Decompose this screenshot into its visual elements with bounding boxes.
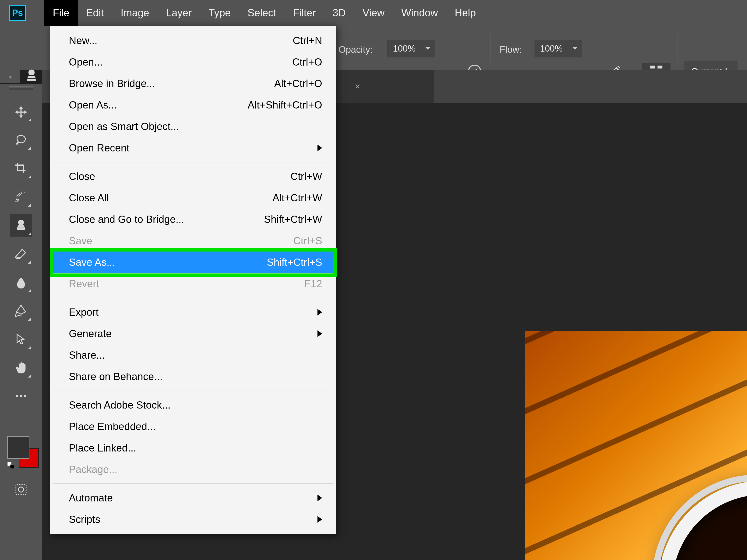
more-tools[interactable] xyxy=(10,385,32,407)
menu-item-shortcut: Shift+Ctrl+W xyxy=(264,213,322,225)
close-tab-icon[interactable]: × xyxy=(355,81,360,92)
menu-item-browse-in-bridge[interactable]: Browse in Bridge...Alt+Ctrl+O xyxy=(50,73,336,94)
menu-item-label: Export xyxy=(69,306,99,318)
menu-item-package: Package... xyxy=(50,459,336,480)
menu-image[interactable]: Image xyxy=(112,0,158,26)
menu-item-label: Open... xyxy=(69,56,102,68)
eraser-tool[interactable] xyxy=(10,243,32,265)
menu-item-label: Scripts xyxy=(69,513,100,525)
svg-rect-15 xyxy=(10,465,14,469)
panel-grip-icon[interactable] xyxy=(9,86,33,90)
active-tool-preset-icon[interactable] xyxy=(21,65,42,86)
flyout-indicator-icon xyxy=(28,232,31,235)
svg-rect-16 xyxy=(16,484,26,495)
color-swatches[interactable] xyxy=(7,436,37,466)
svg-rect-4 xyxy=(650,65,655,69)
menu-item-close-all[interactable]: Close AllAlt+Ctrl+W xyxy=(50,187,336,209)
menu-item-label: Share on Behance... xyxy=(69,371,162,382)
flyout-indicator-icon xyxy=(28,147,31,150)
menu-edit[interactable]: Edit xyxy=(78,0,112,26)
menu-item-share[interactable]: Share... xyxy=(50,344,336,366)
menu-item-new[interactable]: New...Ctrl+N xyxy=(50,30,336,51)
menu-item-shortcut: Alt+Ctrl+O xyxy=(274,78,322,89)
clone-stamp-tool[interactable] xyxy=(10,214,32,237)
menu-item-automate[interactable]: Automate xyxy=(50,487,336,509)
menu-item-search-adobe-stock[interactable]: Search Adobe Stock... xyxy=(50,394,336,416)
submenu-arrow-icon xyxy=(317,495,322,501)
menu-item-label: Automate xyxy=(69,492,113,504)
menu-3d[interactable]: 3D xyxy=(324,0,354,26)
menu-separator xyxy=(53,391,334,391)
foreground-color-swatch[interactable] xyxy=(7,436,29,459)
document-tab[interactable]: × xyxy=(336,70,434,103)
menu-item-label: New... xyxy=(69,35,97,47)
menu-item-label: Revert xyxy=(69,278,99,290)
flow-dropdown-icon[interactable] xyxy=(568,40,582,57)
menu-item-shortcut: Alt+Ctrl+W xyxy=(273,192,322,204)
menu-bar: Ps FileEditImageLayerTypeSelectFilter3DV… xyxy=(0,0,747,26)
menu-separator xyxy=(53,298,334,298)
path-selection-tool[interactable] xyxy=(10,328,32,350)
menu-item-save: SaveCtrl+S xyxy=(50,230,336,251)
default-colors-icon[interactable] xyxy=(7,461,15,470)
svg-point-11 xyxy=(16,395,18,397)
menu-item-scripts[interactable]: Scripts xyxy=(50,509,336,530)
submenu-arrow-icon xyxy=(317,516,322,523)
blur-tool[interactable] xyxy=(10,271,32,294)
submenu-arrow-icon xyxy=(317,330,322,337)
menu-select[interactable]: Select xyxy=(239,0,285,26)
menu-separator xyxy=(53,483,334,484)
menu-item-generate[interactable]: Generate xyxy=(50,323,336,344)
menu-item-open-as[interactable]: Open As...Alt+Shift+Ctrl+O xyxy=(50,94,336,116)
flyout-indicator-icon xyxy=(28,261,31,264)
flyout-indicator-icon xyxy=(28,176,31,178)
menu-item-shortcut: Ctrl+O xyxy=(292,56,322,68)
menu-type[interactable]: Type xyxy=(200,0,239,26)
opacity-dropdown-icon[interactable] xyxy=(421,40,435,57)
menu-item-label: Share... xyxy=(69,349,105,361)
menu-item-place-embedded[interactable]: Place Embedded... xyxy=(50,416,336,437)
menu-help[interactable]: Help xyxy=(446,0,484,26)
hand-tool[interactable] xyxy=(10,356,32,379)
menu-item-close-and-go-to-bridge[interactable]: Close and Go to Bridge...Shift+Ctrl+W xyxy=(50,209,336,230)
flyout-indicator-icon xyxy=(28,346,31,349)
menu-item-label: Place Embedded... xyxy=(69,421,156,432)
menu-item-place-linked[interactable]: Place Linked... xyxy=(50,437,336,459)
panel-collapse-icon[interactable]: ‹‹ xyxy=(0,70,20,83)
opacity-field[interactable]: 100% xyxy=(387,40,435,57)
menu-item-export[interactable]: Export xyxy=(50,301,336,323)
menu-item-close[interactable]: CloseCtrl+W xyxy=(50,166,336,187)
lasso-tool[interactable] xyxy=(10,129,32,151)
menu-file[interactable]: File xyxy=(44,0,78,26)
flyout-indicator-icon xyxy=(28,318,31,321)
flyout-indicator-icon xyxy=(28,289,31,292)
move-tool[interactable] xyxy=(10,100,32,123)
healing-brush-tool[interactable] xyxy=(10,186,32,208)
menu-item-shortcut: Alt+Shift+Ctrl+O xyxy=(248,99,322,111)
menu-item-label: Place Linked... xyxy=(69,442,136,454)
menu-item-open-recent[interactable]: Open Recent xyxy=(50,137,336,159)
menu-filter[interactable]: Filter xyxy=(285,0,324,26)
submenu-arrow-icon xyxy=(317,145,322,151)
opacity-value: 100% xyxy=(388,44,421,54)
menu-layer[interactable]: Layer xyxy=(158,0,200,26)
quick-mask-icon[interactable] xyxy=(10,478,32,501)
menu-item-open[interactable]: Open...Ctrl+O xyxy=(50,51,336,73)
svg-point-10 xyxy=(17,199,19,201)
pen-tool[interactable] xyxy=(10,300,32,322)
menu-item-share-on-behance[interactable]: Share on Behance... xyxy=(50,366,336,387)
menu-item-shortcut: F12 xyxy=(304,278,322,290)
svg-point-12 xyxy=(20,395,22,397)
menu-item-open-as-smart-object[interactable]: Open as Smart Object... xyxy=(50,116,336,137)
menu-items: FileEditImageLayerTypeSelectFilter3DView… xyxy=(44,0,484,26)
menu-item-save-as[interactable]: Save As...Shift+Ctrl+S xyxy=(50,251,336,273)
tools-panel xyxy=(0,84,42,560)
flow-field[interactable]: 100% xyxy=(535,40,582,57)
crop-tool[interactable] xyxy=(10,157,32,180)
menu-view[interactable]: View xyxy=(354,0,393,26)
menu-item-shortcut: Ctrl+N xyxy=(293,35,322,47)
menu-window[interactable]: Window xyxy=(393,0,446,26)
svg-rect-7 xyxy=(658,65,663,69)
menu-item-label: Search Adobe Stock... xyxy=(69,399,171,411)
menu-item-label: Generate xyxy=(69,328,111,340)
